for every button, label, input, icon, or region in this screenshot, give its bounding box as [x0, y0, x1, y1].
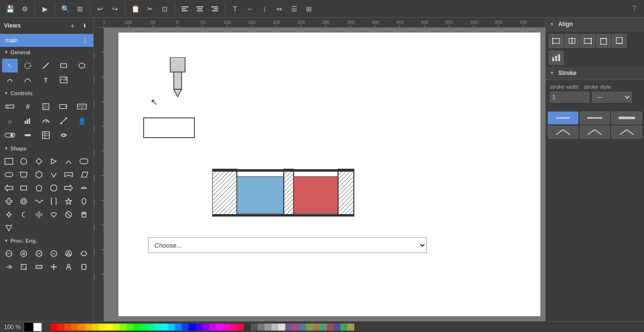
color-16[interactable]: [161, 324, 168, 331]
white-swatch[interactable]: [33, 323, 42, 332]
image-tool[interactable]: [56, 73, 72, 87]
sh-sun-tool[interactable]: [2, 208, 16, 221]
pe-tank-tool[interactable]: [77, 260, 91, 273]
sh-banner-tool[interactable]: [62, 168, 76, 181]
chart-icon-btn[interactable]: [549, 51, 564, 65]
pe-circle-tool[interactable]: [2, 247, 16, 260]
color-12[interactable]: [133, 324, 140, 331]
sh-diamond-tool[interactable]: [32, 155, 46, 168]
pe-pump-tool[interactable]: [62, 247, 76, 260]
ctrl-resize-tool[interactable]: [56, 114, 72, 128]
stroke-section-header[interactable]: ▼ Stroke: [546, 67, 644, 80]
stroke-cap-flat-btn[interactable]: [548, 111, 578, 124]
grid-button[interactable]: ⊞: [73, 2, 87, 16]
black-swatch[interactable]: [24, 323, 33, 332]
align-top-edge-btn[interactable]: [596, 34, 611, 48]
color-forest[interactable]: [341, 324, 347, 331]
sh-pill-tool[interactable]: [2, 168, 16, 181]
color-11[interactable]: [126, 324, 133, 331]
ctrl-box-tool[interactable]: [38, 100, 54, 113]
stroke-width-input[interactable]: [550, 92, 589, 103]
ellipse-tool[interactable]: [74, 59, 90, 73]
ctrl-expand-tool[interactable]: [74, 100, 90, 113]
sh-rect-tool[interactable]: [2, 155, 16, 168]
canvas[interactable]: ↖: [104, 28, 545, 321]
color-navy[interactable]: [334, 324, 341, 331]
ctrl-person-tool[interactable]: 👤: [74, 114, 90, 128]
pe-vent-tool[interactable]: [32, 247, 46, 260]
ctrl-dropdown-tool[interactable]: [56, 100, 72, 113]
color-26[interactable]: [237, 324, 244, 331]
play-button[interactable]: ▶: [38, 2, 52, 16]
canvas-white-page[interactable]: ↖: [118, 33, 540, 316]
color-maroon[interactable]: [327, 324, 334, 331]
sh-no-tool[interactable]: [62, 208, 76, 221]
fit-page-button[interactable]: ⊡: [158, 2, 172, 16]
sh-arrow-r-tool[interactable]: [62, 182, 76, 194]
align-left-button[interactable]: [178, 2, 192, 16]
align-right-edge-btn[interactable]: [580, 34, 595, 48]
add-view-button[interactable]: +: [68, 21, 77, 31]
color-3[interactable]: [71, 324, 78, 331]
color-4[interactable]: [78, 324, 85, 331]
align-left-edge-btn[interactable]: [549, 34, 564, 48]
color-gray5[interactable]: [271, 324, 278, 331]
ctrl-hash-tool[interactable]: #: [20, 100, 36, 113]
align-center-button[interactable]: [193, 2, 207, 16]
color-blue[interactable]: [189, 324, 195, 331]
ctrl-eye-tool[interactable]: [56, 128, 72, 142]
pe-valve-tool[interactable]: [77, 247, 91, 260]
sh-semi-tool[interactable]: [77, 182, 91, 194]
pe-pipe-h-tool[interactable]: [32, 260, 46, 273]
pe-person-tool[interactable]: [62, 260, 76, 273]
color-13[interactable]: [140, 324, 147, 331]
settings-button[interactable]: ⚙: [18, 2, 32, 16]
color-gray6[interactable]: [278, 324, 285, 331]
color-khaki[interactable]: [347, 324, 354, 331]
section-controls[interactable]: ▼ Controls: [0, 88, 93, 99]
color-10[interactable]: [119, 324, 126, 331]
color-gray3[interactable]: [258, 324, 265, 331]
stroke-join-bevel-btn[interactable]: [611, 126, 642, 139]
color-21[interactable]: [202, 324, 209, 331]
color-8[interactable]: [106, 324, 113, 331]
distribute-v-button[interactable]: ↕: [258, 2, 271, 16]
text-tool-button[interactable]: T: [228, 2, 242, 16]
color-olive[interactable]: [306, 324, 313, 331]
ctrl-gauge-tool[interactable]: [38, 114, 54, 128]
curve-tool[interactable]: [20, 73, 36, 87]
color-1[interactable]: [57, 324, 64, 331]
sh-moon-tool[interactable]: [17, 208, 31, 221]
table-btn[interactable]: ⊞: [302, 2, 316, 16]
save-button[interactable]: 💾: [3, 2, 17, 16]
undo-button[interactable]: ↩: [93, 2, 107, 16]
sh-rect2-tool[interactable]: [17, 182, 31, 194]
stroke-join-round-btn[interactable]: [580, 126, 610, 139]
align-section-header[interactable]: ▼ Align: [546, 18, 644, 31]
sh-para-tool[interactable]: [77, 168, 91, 181]
choose-dropdown[interactable]: Choose...: [148, 237, 427, 253]
color-red[interactable]: [50, 324, 57, 331]
cut-button[interactable]: ✂: [143, 2, 157, 16]
color-15[interactable]: [154, 324, 161, 331]
color-20[interactable]: [195, 324, 202, 331]
sh-hex-tool[interactable]: [32, 168, 46, 181]
color-purple[interactable]: [285, 324, 292, 331]
color-steel[interactable]: [299, 324, 306, 331]
sh-oval-v-tool[interactable]: [77, 195, 91, 208]
view-item-main[interactable]: main ⋮: [0, 34, 93, 47]
color-7[interactable]: [99, 324, 106, 331]
color-22[interactable]: [209, 324, 216, 331]
ctrl-bar2-tool[interactable]: [20, 128, 36, 142]
sh-flower-tool[interactable]: [32, 208, 46, 221]
stroke-style-select[interactable]: — - - ···: [592, 92, 632, 103]
sh-trap-tool[interactable]: [17, 168, 31, 181]
rect-tool[interactable]: [56, 59, 72, 73]
color-17[interactable]: [168, 324, 175, 331]
view-options-button[interactable]: ⋮: [81, 37, 88, 44]
color-6[interactable]: [92, 324, 99, 331]
ctrl-toggle-tool[interactable]: [2, 128, 18, 142]
color-tan[interactable]: [313, 324, 320, 331]
redo-button[interactable]: ↪: [108, 2, 122, 16]
color-23[interactable]: [216, 324, 223, 331]
